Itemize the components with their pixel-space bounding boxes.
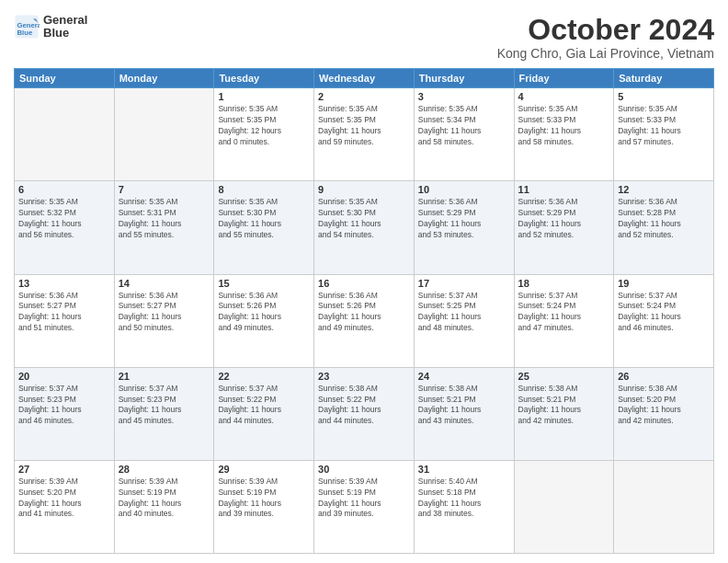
day-detail: Sunrise: 5:38 AMSunset: 5:21 PMDaylight:…	[418, 384, 510, 428]
day-number: 29	[218, 464, 310, 475]
day-detail: Sunrise: 5:35 AMSunset: 5:30 PMDaylight:…	[218, 197, 310, 241]
calendar-cell: 25Sunrise: 5:38 AMSunset: 5:21 PMDayligh…	[514, 367, 614, 460]
calendar-week-1: 1Sunrise: 5:35 AMSunset: 5:35 PMDaylight…	[15, 88, 714, 181]
day-number: 9	[318, 184, 410, 195]
day-number: 8	[218, 184, 310, 195]
page: General Blue General Blue October 2024 K…	[0, 0, 728, 563]
calendar-cell	[614, 460, 714, 553]
day-detail: Sunrise: 5:39 AMSunset: 5:19 PMDaylight:…	[119, 477, 210, 521]
calendar-cell: 19Sunrise: 5:37 AMSunset: 5:24 PMDayligh…	[614, 274, 714, 367]
day-number: 21	[119, 371, 210, 382]
day-number: 22	[218, 371, 310, 382]
calendar-cell: 9Sunrise: 5:35 AMSunset: 5:30 PMDaylight…	[314, 181, 415, 274]
day-detail: Sunrise: 5:36 AMSunset: 5:29 PMDaylight:…	[418, 197, 510, 241]
day-detail: Sunrise: 5:40 AMSunset: 5:18 PMDaylight:…	[418, 477, 510, 521]
day-number: 24	[418, 371, 510, 382]
day-number: 2	[318, 91, 410, 102]
calendar-cell: 1Sunrise: 5:35 AMSunset: 5:35 PMDaylight…	[214, 88, 314, 181]
day-detail: Sunrise: 5:37 AMSunset: 5:22 PMDaylight:…	[218, 384, 310, 428]
day-number: 6	[18, 184, 110, 195]
calendar-cell: 31Sunrise: 5:40 AMSunset: 5:18 PMDayligh…	[414, 460, 514, 553]
calendar-header-tuesday: Tuesday	[214, 69, 314, 88]
day-detail: Sunrise: 5:35 AMSunset: 5:32 PMDaylight:…	[18, 197, 110, 241]
day-number: 12	[618, 184, 710, 195]
calendar-cell	[114, 88, 214, 181]
calendar-cell: 3Sunrise: 5:35 AMSunset: 5:34 PMDaylight…	[414, 88, 514, 181]
day-detail: Sunrise: 5:37 AMSunset: 5:23 PMDaylight:…	[18, 384, 110, 428]
calendar-cell: 15Sunrise: 5:36 AMSunset: 5:26 PMDayligh…	[214, 274, 314, 367]
day-number: 16	[318, 278, 410, 289]
calendar-cell: 7Sunrise: 5:35 AMSunset: 5:31 PMDaylight…	[114, 181, 214, 274]
day-detail: Sunrise: 5:35 AMSunset: 5:33 PMDaylight:…	[518, 104, 610, 148]
calendar-cell: 16Sunrise: 5:36 AMSunset: 5:26 PMDayligh…	[314, 274, 415, 367]
logo: General Blue General Blue	[14, 14, 87, 40]
calendar-cell: 18Sunrise: 5:37 AMSunset: 5:24 PMDayligh…	[514, 274, 614, 367]
location-subtitle: Kong Chro, Gia Lai Province, Vietnam	[497, 46, 714, 61]
day-detail: Sunrise: 5:35 AMSunset: 5:35 PMDaylight:…	[218, 104, 310, 148]
day-detail: Sunrise: 5:35 AMSunset: 5:34 PMDaylight:…	[418, 104, 510, 148]
day-number: 7	[119, 184, 210, 195]
calendar-cell: 10Sunrise: 5:36 AMSunset: 5:29 PMDayligh…	[414, 181, 514, 274]
day-detail: Sunrise: 5:39 AMSunset: 5:19 PMDaylight:…	[318, 477, 410, 521]
calendar-week-3: 13Sunrise: 5:36 AMSunset: 5:27 PMDayligh…	[15, 274, 714, 367]
calendar-cell: 17Sunrise: 5:37 AMSunset: 5:25 PMDayligh…	[414, 274, 514, 367]
day-number: 20	[18, 371, 110, 382]
calendar-cell: 5Sunrise: 5:35 AMSunset: 5:33 PMDaylight…	[614, 88, 714, 181]
calendar-cell: 30Sunrise: 5:39 AMSunset: 5:19 PMDayligh…	[314, 460, 415, 553]
day-number: 31	[418, 464, 510, 475]
calendar-cell: 22Sunrise: 5:37 AMSunset: 5:22 PMDayligh…	[214, 367, 314, 460]
day-number: 11	[518, 184, 610, 195]
calendar-cell: 29Sunrise: 5:39 AMSunset: 5:19 PMDayligh…	[214, 460, 314, 553]
day-detail: Sunrise: 5:36 AMSunset: 5:29 PMDaylight:…	[518, 197, 610, 241]
day-detail: Sunrise: 5:36 AMSunset: 5:27 PMDaylight:…	[18, 291, 110, 335]
calendar-cell: 28Sunrise: 5:39 AMSunset: 5:19 PMDayligh…	[114, 460, 214, 553]
calendar-cell	[514, 460, 614, 553]
svg-text:Blue: Blue	[17, 29, 33, 37]
day-detail: Sunrise: 5:37 AMSunset: 5:25 PMDaylight:…	[418, 291, 510, 335]
day-number: 30	[318, 464, 410, 475]
calendar-cell: 4Sunrise: 5:35 AMSunset: 5:33 PMDaylight…	[514, 88, 614, 181]
day-detail: Sunrise: 5:35 AMSunset: 5:33 PMDaylight:…	[618, 104, 710, 148]
day-number: 27	[18, 464, 110, 475]
calendar-cell: 24Sunrise: 5:38 AMSunset: 5:21 PMDayligh…	[414, 367, 514, 460]
day-number: 10	[418, 184, 510, 195]
calendar-table: SundayMondayTuesdayWednesdayThursdayFrid…	[14, 68, 714, 554]
day-detail: Sunrise: 5:37 AMSunset: 5:23 PMDaylight:…	[119, 384, 210, 428]
day-detail: Sunrise: 5:36 AMSunset: 5:26 PMDaylight:…	[218, 291, 310, 335]
day-number: 18	[518, 278, 610, 289]
day-number: 25	[518, 371, 610, 382]
day-detail: Sunrise: 5:39 AMSunset: 5:19 PMDaylight:…	[218, 477, 310, 521]
day-number: 1	[218, 91, 310, 102]
day-detail: Sunrise: 5:36 AMSunset: 5:26 PMDaylight:…	[318, 291, 410, 335]
calendar-header-thursday: Thursday	[414, 69, 514, 88]
day-number: 15	[218, 278, 310, 289]
calendar-cell: 12Sunrise: 5:36 AMSunset: 5:28 PMDayligh…	[614, 181, 714, 274]
calendar-cell: 20Sunrise: 5:37 AMSunset: 5:23 PMDayligh…	[15, 367, 115, 460]
day-detail: Sunrise: 5:38 AMSunset: 5:22 PMDaylight:…	[318, 384, 410, 428]
day-detail: Sunrise: 5:36 AMSunset: 5:27 PMDaylight:…	[119, 291, 210, 335]
calendar-cell: 8Sunrise: 5:35 AMSunset: 5:30 PMDaylight…	[214, 181, 314, 274]
calendar-cell: 21Sunrise: 5:37 AMSunset: 5:23 PMDayligh…	[114, 367, 214, 460]
calendar-header-wednesday: Wednesday	[314, 69, 415, 88]
calendar-header-friday: Friday	[514, 69, 614, 88]
calendar-week-4: 20Sunrise: 5:37 AMSunset: 5:23 PMDayligh…	[15, 367, 714, 460]
calendar-week-2: 6Sunrise: 5:35 AMSunset: 5:32 PMDaylight…	[15, 181, 714, 274]
day-number: 3	[418, 91, 510, 102]
calendar-header-row: SundayMondayTuesdayWednesdayThursdayFrid…	[15, 69, 714, 88]
day-number: 13	[18, 278, 110, 289]
day-detail: Sunrise: 5:37 AMSunset: 5:24 PMDaylight:…	[618, 291, 710, 335]
day-detail: Sunrise: 5:38 AMSunset: 5:21 PMDaylight:…	[518, 384, 610, 428]
calendar-cell: 6Sunrise: 5:35 AMSunset: 5:32 PMDaylight…	[15, 181, 115, 274]
day-number: 14	[119, 278, 210, 289]
logo-text-line1: General	[43, 14, 87, 27]
day-number: 19	[618, 278, 710, 289]
day-detail: Sunrise: 5:36 AMSunset: 5:28 PMDaylight:…	[618, 197, 710, 241]
day-detail: Sunrise: 5:39 AMSunset: 5:20 PMDaylight:…	[18, 477, 110, 521]
title-block: October 2024 Kong Chro, Gia Lai Province…	[497, 14, 714, 61]
calendar-header-saturday: Saturday	[614, 69, 714, 88]
calendar-cell: 13Sunrise: 5:36 AMSunset: 5:27 PMDayligh…	[15, 274, 115, 367]
logo-icon: General Blue	[14, 14, 40, 40]
day-detail: Sunrise: 5:37 AMSunset: 5:24 PMDaylight:…	[518, 291, 610, 335]
logo-text-line2: Blue	[43, 27, 87, 40]
month-title: October 2024	[497, 14, 714, 46]
